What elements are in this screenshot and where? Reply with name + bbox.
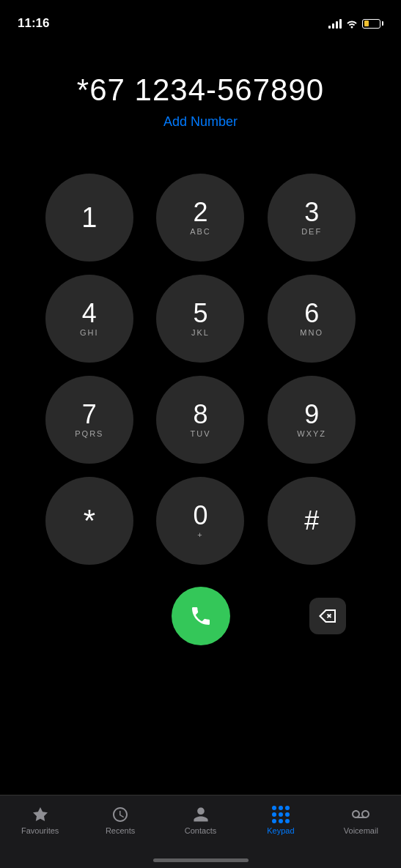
dial-1[interactable]: 1	[45, 174, 133, 261]
phone-number: *67 1234-567890	[15, 73, 386, 107]
dial-5[interactable]: 5 JKL	[156, 275, 244, 363]
call-button[interactable]	[172, 587, 230, 645]
tab-favourites-label: Favourites	[21, 826, 59, 835]
tab-voicemail-label: Voicemail	[344, 826, 378, 835]
dial-8[interactable]: 8 TUV	[156, 376, 244, 464]
voicemail-icon	[352, 806, 369, 823]
person-icon	[192, 806, 210, 823]
tab-recents[interactable]: Recents	[80, 803, 160, 835]
home-indicator	[153, 858, 249, 862]
clock-icon	[111, 806, 129, 823]
dial-3[interactable]: 3 DEF	[268, 174, 356, 261]
tab-bar: Favourites Recents Contacts Keypad	[0, 795, 401, 868]
tab-keypad-label: Keypad	[267, 826, 294, 835]
keypad-grid-icon	[272, 806, 290, 823]
status-time: 11:16	[18, 16, 49, 31]
dial-9[interactable]: 9 WXYZ	[268, 376, 356, 464]
status-bar: 11:16	[0, 0, 401, 37]
delete-button[interactable]	[309, 598, 346, 634]
signal-icon	[328, 18, 342, 29]
tab-keypad[interactable]: Keypad	[240, 803, 320, 835]
star-icon	[32, 806, 49, 823]
phone-display: *67 1234-567890 Add Number	[0, 37, 401, 137]
phone-icon	[189, 604, 213, 628]
dial-star[interactable]: *	[45, 477, 133, 565]
add-number-link[interactable]: Add Number	[15, 114, 386, 130]
dial-4[interactable]: 4 GHI	[45, 275, 133, 363]
status-icons	[328, 18, 383, 29]
wifi-icon	[346, 18, 358, 29]
action-row	[0, 579, 401, 653]
dial-7[interactable]: 7 PQRS	[45, 376, 133, 464]
tab-voicemail[interactable]: Voicemail	[321, 803, 401, 835]
dial-2[interactable]: 2 ABC	[156, 174, 244, 261]
tab-contacts-label: Contacts	[185, 826, 216, 835]
dial-6[interactable]: 6 MNO	[268, 275, 356, 363]
dial-hash[interactable]: #	[268, 477, 356, 565]
tab-favourites[interactable]: Favourites	[0, 803, 80, 835]
backspace-icon	[318, 609, 337, 623]
dialpad: 1 2 ABC 3 DEF 4 GHI 5 JKL 6 MNO 7 PQRS 8…	[0, 152, 401, 579]
battery-icon	[362, 19, 383, 29]
tab-contacts[interactable]: Contacts	[161, 803, 240, 835]
tab-recents-label: Recents	[106, 826, 135, 835]
dial-0[interactable]: 0 +	[156, 477, 244, 565]
